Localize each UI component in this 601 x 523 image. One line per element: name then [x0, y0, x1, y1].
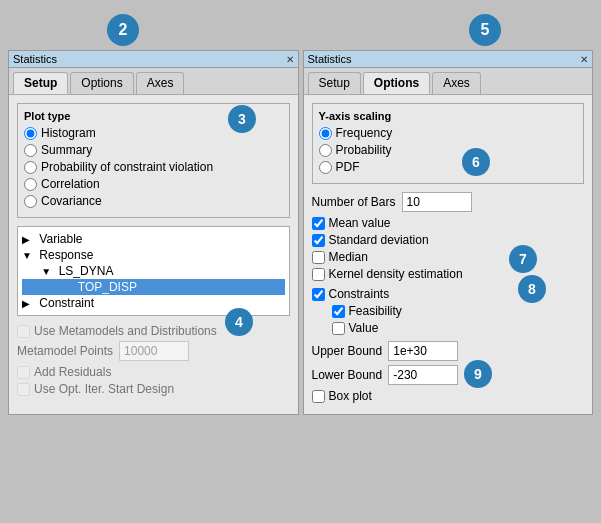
- right-statistics-panel: Statistics ✕ Setup Options Axes Y-axis s…: [303, 50, 594, 415]
- radio-covariance[interactable]: Covariance: [24, 194, 283, 208]
- right-tab-options[interactable]: Options: [363, 72, 430, 94]
- tree-item-top-disp[interactable]: TOP_DISP: [22, 279, 285, 295]
- left-tab-setup[interactable]: Setup: [13, 72, 68, 94]
- feasibility-checkbox[interactable]: Feasibility: [332, 304, 585, 318]
- constraints-sub-items: Feasibility Value: [332, 304, 585, 335]
- annotation-8: 8: [518, 275, 546, 303]
- right-panel-content: Y-axis scaling Frequency Probability PDF…: [304, 95, 593, 414]
- add-residuals-checkbox[interactable]: Add Residuals: [17, 365, 290, 379]
- right-tab-axes[interactable]: Axes: [432, 72, 481, 94]
- radio-frequency[interactable]: Frequency: [319, 126, 578, 140]
- right-tab-setup[interactable]: Setup: [308, 72, 361, 94]
- left-panel-close[interactable]: ✕: [286, 54, 294, 65]
- right-tabs-bar: Setup Options Axes: [304, 68, 593, 95]
- radio-correlation[interactable]: Correlation: [24, 177, 283, 191]
- num-bars-input[interactable]: [402, 192, 472, 212]
- annotation-7: 7: [509, 245, 537, 273]
- left-panel-title: Statistics: [13, 53, 57, 65]
- right-panel-titlebar: Statistics ✕: [304, 51, 593, 68]
- metamodel-points-input[interactable]: [119, 341, 189, 361]
- tree-item-ls-dyna[interactable]: ▼ LS_DYNA: [22, 263, 285, 279]
- left-tab-options[interactable]: Options: [70, 72, 133, 94]
- bounds-section: Upper Bound Lower Bound: [312, 341, 585, 385]
- num-bars-row: Number of Bars: [312, 192, 585, 212]
- annotation-9: 9: [464, 360, 492, 388]
- y-axis-scaling-section: Y-axis scaling Frequency Probability PDF: [312, 103, 585, 184]
- left-panel-content: Plot type Histogram Summary Probability …: [9, 95, 298, 407]
- median-checkbox[interactable]: Median: [312, 250, 585, 264]
- metamodel-section: Use Metamodels and Distributions Metamod…: [17, 324, 290, 396]
- radio-pdf[interactable]: PDF: [319, 160, 578, 174]
- left-statistics-panel: Statistics ✕ Setup Options Axes Plot typ…: [8, 50, 299, 415]
- tree-item-variable[interactable]: ▶ Variable: [22, 231, 285, 247]
- left-tabs-bar: Setup Options Axes: [9, 68, 298, 95]
- annotation-2: 2: [107, 14, 139, 46]
- upper-bound-input[interactable]: [388, 341, 458, 361]
- std-dev-checkbox[interactable]: Standard deviation: [312, 233, 585, 247]
- mean-value-checkbox[interactable]: Mean value: [312, 216, 585, 230]
- use-opt-checkbox[interactable]: Use Opt. Iter. Start Design: [17, 382, 290, 396]
- y-axis-scaling-title: Y-axis scaling: [319, 110, 578, 122]
- annotation-3: 3: [228, 105, 256, 133]
- right-panel-close[interactable]: ✕: [580, 54, 588, 65]
- variable-tree: ▶ Variable ▼ Response ▼ LS_DYNA TOP_DISP: [17, 226, 290, 316]
- right-panel-title: Statistics: [308, 53, 352, 65]
- upper-bound-row: Upper Bound: [312, 341, 585, 361]
- radio-probability-constraint[interactable]: Probability of constraint violation: [24, 160, 283, 174]
- left-panel-titlebar: Statistics ✕: [9, 51, 298, 68]
- lower-bound-input[interactable]: [388, 365, 458, 385]
- kernel-density-checkbox[interactable]: Kernel density estimation: [312, 267, 585, 281]
- value-checkbox[interactable]: Value: [332, 321, 585, 335]
- radio-summary[interactable]: Summary: [24, 143, 283, 157]
- radio-probability[interactable]: Probability: [319, 143, 578, 157]
- annotation-6: 6: [462, 148, 490, 176]
- annotation-4: 4: [225, 308, 253, 336]
- tree-item-response[interactable]: ▼ Response: [22, 247, 285, 263]
- lower-bound-row: Lower Bound: [312, 365, 585, 385]
- metamodel-points-row: Metamodel Points: [17, 341, 290, 361]
- left-tab-axes[interactable]: Axes: [136, 72, 185, 94]
- annotation-5: 5: [469, 14, 501, 46]
- box-plot-checkbox[interactable]: Box plot: [312, 389, 585, 403]
